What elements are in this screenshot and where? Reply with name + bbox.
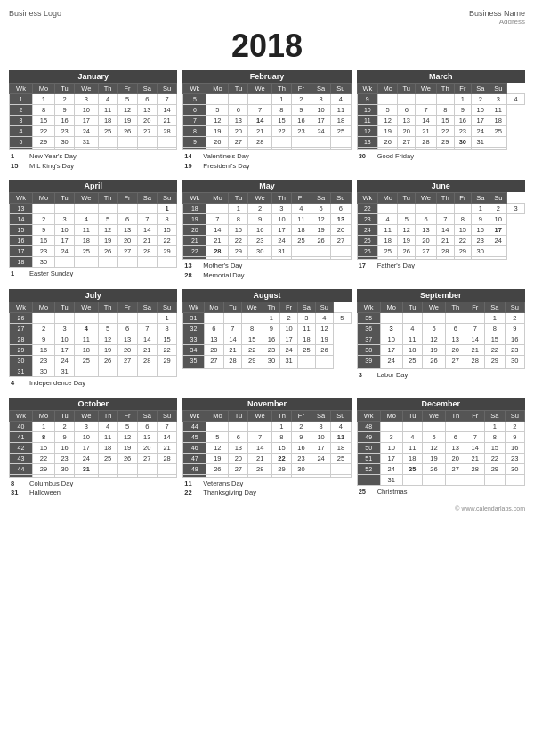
- cal-day: [291, 474, 311, 477]
- cal-day: 15: [229, 225, 248, 236]
- week-number: 8: [183, 126, 206, 137]
- cal-day: 9: [33, 334, 55, 345]
- cal-day: [436, 148, 454, 150]
- cal-day: 8: [271, 431, 291, 442]
- cal-day: [229, 421, 248, 431]
- cal-day: 23: [33, 356, 55, 366]
- cal-day: 18: [98, 442, 117, 453]
- cal-day: 8: [241, 324, 263, 334]
- cal-day: 17: [55, 345, 75, 356]
- cal-day: 10: [311, 431, 330, 442]
- week-number: 6: [183, 105, 206, 116]
- cal-day: 27: [416, 246, 437, 257]
- week-number: 1: [10, 94, 33, 105]
- col-header-tu: Tu: [55, 84, 75, 94]
- cal-day: 17: [311, 442, 330, 453]
- cal-day: 14: [465, 334, 485, 345]
- month-block-february: FebruaryWkMoTuWeThFrSaSu5123465678910117…: [182, 70, 351, 171]
- col-header-tu: Tu: [55, 410, 75, 421]
- cal-day: 21: [157, 116, 176, 126]
- week-number: 34: [183, 345, 204, 356]
- cal-day: 26: [98, 246, 117, 257]
- week-number: 31: [10, 366, 33, 377]
- cal-day: 12: [422, 334, 446, 345]
- week-number: 7: [183, 116, 206, 126]
- cal-day: [33, 313, 55, 324]
- cal-day: [485, 474, 505, 485]
- cal-day: 8: [271, 105, 291, 116]
- cal-day: 20: [446, 345, 465, 356]
- cal-day: 1: [485, 313, 505, 324]
- col-header-su: Su: [331, 193, 351, 204]
- col-header-sa: Sa: [311, 84, 330, 94]
- holiday-date: 4: [11, 379, 27, 389]
- cal-day: [311, 137, 330, 148]
- holiday-item: 31Halloween: [11, 488, 177, 498]
- col-header-fr: Fr: [291, 84, 311, 94]
- cal-day: 14: [248, 442, 272, 453]
- holiday-name: M L King's Day: [29, 162, 74, 172]
- cal-day: [416, 148, 437, 150]
- cal-day: 5: [98, 324, 117, 334]
- cal-day: 23: [505, 345, 524, 356]
- cal-day: 16: [55, 442, 75, 453]
- cal-day: 11: [75, 225, 99, 236]
- col-header-sa: Sa: [472, 193, 490, 204]
- cal-day: 23: [505, 453, 524, 463]
- cal-day: [271, 148, 291, 150]
- cal-day: [229, 257, 248, 260]
- cal-day: [117, 137, 137, 148]
- holiday-date: 22: [184, 488, 200, 498]
- cal-day: 12: [398, 225, 416, 236]
- cal-day: [331, 137, 351, 148]
- cal-day: 12: [98, 225, 117, 236]
- cal-day: 4: [75, 214, 99, 225]
- cal-day: 9: [291, 105, 311, 116]
- cal-day: [75, 148, 99, 150]
- cal-day: 26: [422, 356, 446, 366]
- cal-day: 20: [204, 345, 223, 356]
- cal-day: 28: [224, 356, 242, 366]
- cal-day: 20: [137, 116, 157, 126]
- cal-day: 18: [490, 116, 507, 126]
- cal-day: 27: [117, 356, 137, 366]
- week-number: 10: [357, 105, 377, 116]
- cal-day: 31: [280, 356, 298, 366]
- holiday-item: 14Valentine's Day: [184, 152, 351, 162]
- cal-day: 3: [75, 421, 99, 431]
- cal-day: 11: [75, 334, 99, 345]
- col-header-we: We: [248, 84, 272, 94]
- week-number: 5: [10, 137, 33, 148]
- cal-day: 1: [33, 421, 55, 431]
- cal-day: [224, 366, 242, 369]
- cal-day: 29: [271, 463, 291, 474]
- cal-day: 22: [33, 453, 55, 463]
- cal-day: 4: [377, 214, 397, 225]
- cal-day: 2: [280, 313, 298, 324]
- cal-day: [241, 313, 263, 324]
- cal-day: 6: [229, 431, 248, 442]
- cal-day: 11: [98, 105, 117, 116]
- col-header-we: We: [75, 193, 99, 204]
- cal-day: 26: [377, 137, 397, 148]
- cal-day: [137, 137, 157, 148]
- cal-day: 2: [291, 421, 311, 431]
- cal-day: [33, 474, 55, 477]
- cal-day: 29: [454, 246, 472, 257]
- col-header-th: Th: [446, 410, 465, 421]
- holiday-date: 17: [359, 261, 375, 271]
- cal-day: 16: [454, 116, 472, 126]
- col-header-mo: Mo: [33, 84, 55, 94]
- month-header-november: November: [182, 398, 351, 410]
- holidays-list: 17Father's Day: [357, 261, 525, 271]
- col-header-sa: Sa: [485, 302, 505, 313]
- cal-day: 25: [331, 126, 351, 137]
- cal-day: 1: [472, 204, 490, 214]
- holiday-date: 8: [11, 479, 27, 489]
- cal-day: 2: [291, 94, 311, 105]
- cal-day: 19: [117, 442, 137, 453]
- cal-day: [157, 148, 176, 150]
- cal-day: 10: [280, 324, 298, 334]
- cal-day: [490, 148, 507, 150]
- col-header-th: Th: [98, 410, 117, 421]
